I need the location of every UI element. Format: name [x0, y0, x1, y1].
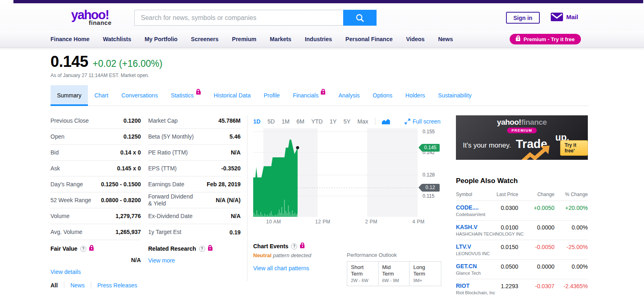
search-input[interactable]: [134, 10, 343, 26]
search-button[interactable]: [343, 10, 377, 26]
range-5d[interactable]: 5D: [267, 118, 275, 125]
watch-company-name: LEONOVUS INC: [456, 251, 490, 256]
help-icon[interactable]: [80, 246, 86, 252]
outlook-term: Short Term: [351, 264, 368, 277]
range-5y[interactable]: 5Y: [344, 118, 350, 125]
related-research-section: Related Research View more: [148, 245, 241, 264]
outlook-cell-mid-term: Mid Term6W - 9M: [379, 262, 410, 286]
nav-item-news[interactable]: News: [438, 36, 453, 42]
watch-symbol-link[interactable]: LTV.V: [456, 243, 471, 250]
summary-table-right: Market Cap45.786MBeta (5Y Monthly)5.46PE…: [148, 113, 241, 264]
nav-items: Finance HomeWatchlistsMy PortfolioScreen…: [50, 31, 453, 47]
premium-try-free-button[interactable]: Premium - Try it free: [510, 34, 581, 44]
view-chart-patterns-link[interactable]: View all chart patterns: [253, 265, 309, 271]
watch-pct-change: +20.00%: [565, 205, 588, 211]
nav-item-watchlists[interactable]: Watchlists: [103, 36, 131, 42]
summary-row-value: 0.14 x 0: [120, 149, 141, 156]
sign-in-button[interactable]: Sign in: [506, 12, 540, 24]
range-6m[interactable]: 6M: [296, 118, 304, 125]
news-filter-tabs: AllNewsPress Releases: [50, 282, 137, 289]
watch-last-price: 1.2293: [501, 283, 518, 289]
nav-item-finance-home[interactable]: Finance Home: [50, 36, 90, 42]
lock-icon: [196, 91, 201, 95]
premium-ad-banner[interactable]: yahoo!finance PREMIUM It's your money. T…: [456, 115, 588, 160]
ad-tagline: It's your money.: [463, 141, 511, 150]
summary-row: EPS (TTM)-0.3520: [148, 161, 241, 176]
range-max[interactable]: Max: [357, 118, 368, 125]
tab-historical-data[interactable]: Historical Data: [207, 85, 257, 106]
tab-statistics[interactable]: Statistics: [164, 85, 207, 106]
tab-chart[interactable]: Chart: [88, 85, 115, 106]
toolbar-divider: [375, 118, 375, 125]
tab-options[interactable]: Options: [366, 85, 399, 106]
help-icon[interactable]: [291, 243, 297, 249]
watch-last-price: 0.0150: [501, 244, 518, 250]
full-screen-button[interactable]: Full screen: [405, 118, 440, 125]
mail-label: Mail: [566, 13, 578, 20]
area-chart-type-icon[interactable]: [381, 118, 390, 125]
summary-row-label: Open: [50, 133, 64, 140]
lock-icon: [89, 247, 94, 251]
watch-symbol-link[interactable]: GET.CN: [456, 263, 477, 269]
tab-conversations[interactable]: Conversations: [115, 85, 164, 106]
summary-row-value: 45.786M: [219, 117, 241, 124]
tab-label: Holders: [405, 92, 425, 99]
nav-item-screeners[interactable]: Screeners: [191, 36, 219, 42]
tab-financials[interactable]: Financials: [286, 85, 332, 106]
lock-icon: [300, 245, 304, 248]
summary-row-value: 0.1250: [123, 133, 141, 140]
watch-symbol-link[interactable]: RIOT: [456, 282, 469, 289]
summary-row-value: N/A: [231, 213, 241, 219]
summary-row-label: Market Cap: [148, 117, 177, 124]
filter-press-releases[interactable]: Press Releases: [97, 282, 137, 289]
ad-try-it-free-button[interactable]: Try it free': [560, 140, 588, 156]
watch-table-header: SymbolLast PriceChange% Change: [456, 188, 588, 201]
watch-change: 0.0000: [537, 224, 554, 231]
mail-icon: [551, 13, 563, 21]
tab-label: Chart: [94, 92, 108, 99]
watch-symbol-link[interactable]: KASH.V: [456, 224, 478, 230]
summary-row-label: Volume: [50, 213, 70, 220]
yahoo-finance-logo[interactable]: yahoo! finance: [67, 9, 113, 26]
summary-row-value: 0.19: [230, 229, 241, 236]
chart-y-tick: 0.128: [423, 172, 435, 178]
summary-row: 52 Week Range0.0800 - 0.8200: [50, 192, 141, 208]
outlook-cell-long-term: Long Term9M+: [410, 262, 441, 286]
nav-item-videos[interactable]: Videos: [406, 36, 425, 42]
range-1d[interactable]: 1D: [253, 118, 261, 125]
nav-item-markets[interactable]: Markets: [270, 36, 291, 42]
search-bar: [134, 10, 377, 26]
intraday-price-chart[interactable]: [253, 128, 418, 217]
nav-item-premium[interactable]: Premium: [232, 36, 256, 42]
help-icon[interactable]: [199, 246, 205, 252]
quote-header: 0.145 +0.02 (+16.00%): [50, 53, 162, 71]
range-ytd[interactable]: YTD: [311, 118, 323, 125]
summary-row-label: Avg. Volume: [50, 229, 82, 236]
summary-row-value: 5.46: [230, 133, 241, 140]
tab-summary[interactable]: Summary: [50, 85, 88, 106]
performance-outlook-title: Performance Outlook: [347, 252, 441, 258]
tab-analysis[interactable]: Analysis: [332, 85, 366, 106]
outlook-range: 2W - 6W: [351, 278, 375, 283]
filter-all[interactable]: All: [50, 282, 58, 289]
ad-logo-yahoo: yahoo!: [497, 118, 521, 126]
tab-profile[interactable]: Profile: [257, 85, 287, 106]
filter-news[interactable]: News: [70, 282, 85, 289]
tab-label: Historical Data: [214, 92, 251, 99]
watch-symbol-link[interactable]: CODE....: [456, 204, 479, 211]
tab-holders[interactable]: Holders: [399, 85, 432, 106]
range-1m[interactable]: 1M: [282, 118, 289, 125]
range-1y[interactable]: 1Y: [330, 118, 337, 125]
tab-sustainability[interactable]: Sustainability: [432, 85, 478, 106]
summary-row: PE Ratio (TTM)N/A: [148, 145, 241, 161]
view-details-link[interactable]: View details: [50, 269, 81, 275]
nav-item-personal-finance[interactable]: Personal Finance: [346, 36, 393, 42]
watch-change: 0.0000: [537, 263, 554, 270]
mail-link[interactable]: Mail: [551, 13, 578, 21]
tab-label: Options: [373, 92, 392, 99]
outlook-range: 6W - 9M: [382, 278, 406, 283]
view-more-link[interactable]: View more: [148, 257, 175, 264]
nav-item-my-portfolio[interactable]: My Portfolio: [145, 36, 177, 42]
browser-top-strip: [13, 0, 643, 3]
nav-item-industries[interactable]: Industries: [305, 36, 332, 42]
